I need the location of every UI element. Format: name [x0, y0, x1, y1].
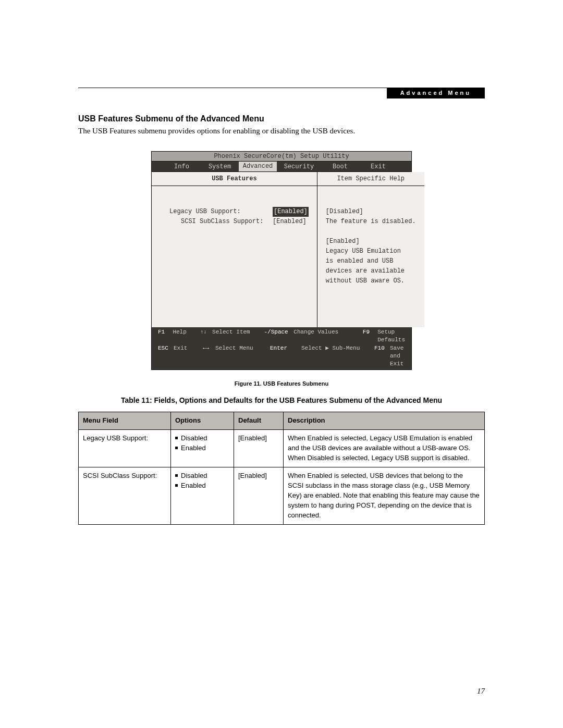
bios-item-value[interactable]: [Enabled]	[273, 218, 307, 225]
option-text: Disabled	[181, 472, 207, 479]
cell-options: DisabledEnabled	[171, 430, 234, 467]
bios-tab-info[interactable]: Info	[163, 163, 201, 170]
bullet-icon	[175, 447, 178, 449]
bios-help-line: is enabled and USB	[326, 256, 416, 266]
bios-item-value[interactable]: [Enabled]	[273, 207, 309, 217]
footer-label-save-exit: Save and Exit	[390, 344, 405, 368]
header-tag: Advanced Menu	[387, 88, 485, 98]
table-header: Options	[171, 412, 234, 430]
bios-help-line	[326, 227, 416, 237]
cell-description: When Enabled is selected, Legacy USB Emu…	[284, 430, 485, 467]
footer-key-f9: F9	[363, 328, 377, 344]
bios-help-line: [Disabled]	[326, 207, 416, 217]
section-heading: USB Features Submenu of the Advanced Men…	[78, 114, 485, 124]
table-header: Menu Field	[79, 412, 171, 430]
bios-tab-boot[interactable]: Boot	[321, 163, 359, 170]
footer-key-esc: ESC	[158, 344, 174, 368]
footer-label-select-menu: Select Menu	[215, 344, 270, 368]
option-text: Disabled	[181, 434, 207, 442]
bios-left-title: USB Features	[152, 172, 317, 186]
bios-item-label: SCSI SubClass Support:	[181, 217, 273, 227]
footer-key-enter: Enter	[270, 344, 301, 368]
footer-label-change-values: Change Values	[293, 328, 363, 344]
bios-footer: F1 Help ↑↓ Select Item -/Space Change Va…	[152, 327, 411, 369]
footer-label-select-item: Select Item	[212, 328, 264, 344]
bios-options-area: Legacy USB Support:[Enabled]SCSI SubClas…	[152, 186, 317, 327]
option-text: Enabled	[181, 444, 206, 452]
bios-panel: Phoenix SecureCore(tm) Setup Utility Inf…	[151, 151, 412, 370]
footer-key-f10: F10	[374, 344, 390, 368]
figure-caption: Figure 11. USB Features Submenu	[78, 380, 485, 387]
footer-label-select-submenu: Select ▶ Sub-Menu	[301, 344, 374, 368]
bios-tab-exit[interactable]: Exit	[359, 163, 397, 170]
table-header: Description	[284, 412, 485, 430]
footer-key-updown: ↑↓	[200, 328, 212, 344]
footer-key-space: -/Space	[264, 328, 293, 344]
bios-help-line: The feature is disabled.	[326, 217, 416, 227]
bios-help-line: without USB aware OS.	[326, 276, 416, 286]
footer-label-exit: Exit	[174, 344, 203, 368]
bullet-icon	[175, 484, 178, 487]
bullet-icon	[175, 437, 178, 439]
page-number: 17	[477, 687, 485, 696]
defaults-table: Menu FieldOptionsDefaultDescription Lega…	[78, 412, 485, 525]
footer-label-help: Help	[173, 328, 200, 344]
bios-tab-system[interactable]: System	[201, 163, 239, 170]
cell-options: DisabledEnabled	[171, 467, 234, 525]
cell-default: [Enabled]	[234, 467, 284, 525]
intro-paragraph: The USB Features submenu provides option…	[78, 127, 485, 135]
footer-label-setup-defaults: Setup Defaults	[377, 328, 405, 344]
bios-help-title: Item Specific Help	[317, 172, 424, 186]
bios-titlebar: Phoenix SecureCore(tm) Setup Utility	[152, 152, 411, 162]
cell-description: When Enabled is selected, USB devices th…	[284, 467, 485, 525]
bios-item-label: Legacy USB Support:	[169, 207, 273, 217]
bios-menubar: InfoSystemAdvancedSecurityBootExit	[152, 162, 411, 172]
bios-help-text: [Disabled]The feature is disabled. [Enab…	[317, 186, 424, 327]
table-header: Default	[234, 412, 284, 430]
table-row: Legacy USB Support:DisabledEnabled[Enabl…	[79, 430, 485, 467]
cell-menu-field: Legacy USB Support:	[79, 430, 171, 467]
footer-key-f1: F1	[158, 328, 173, 344]
bios-help-line: devices are available	[326, 266, 416, 276]
table-row: SCSI SubClass Support:DisabledEnabled[En…	[79, 467, 485, 525]
cell-default: [Enabled]	[234, 430, 284, 467]
bullet-icon	[175, 474, 178, 477]
table-caption: Table 11: Fields, Options and Defaults f…	[78, 396, 485, 404]
cell-menu-field: SCSI SubClass Support:	[79, 467, 171, 525]
bios-help-line: [Enabled]	[326, 237, 416, 246]
bios-tab-security[interactable]: Security	[277, 163, 321, 170]
option-text: Enabled	[181, 482, 206, 489]
bios-help-line: Legacy USB Emulation	[326, 246, 416, 256]
footer-key-leftright: ←→	[203, 344, 215, 368]
header-rule: Advanced Menu	[78, 88, 485, 88]
bios-tab-advanced[interactable]: Advanced	[239, 162, 277, 171]
